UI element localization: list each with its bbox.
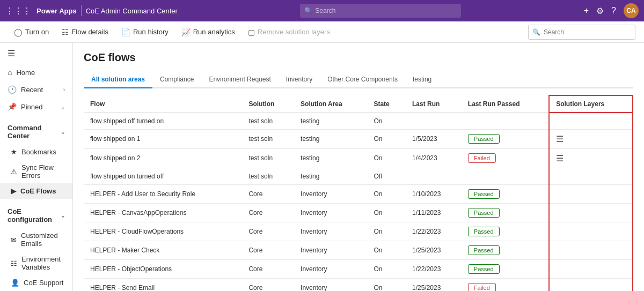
avatar[interactable]: CA xyxy=(624,3,639,18)
table-row[interactable]: HELPER - CloudFlowOperationsCoreInventor… xyxy=(84,222,633,241)
status-badge: Passed xyxy=(468,227,500,236)
recent-label: Recent xyxy=(21,86,43,94)
status-badge: Passed xyxy=(468,189,500,199)
tabs-row: All solution areasComplianceEnvironment … xyxy=(84,71,633,88)
top-bar: ⋮⋮⋮ Power Apps CoE Admin Command Center … xyxy=(0,0,644,21)
home-label: Home xyxy=(16,69,35,77)
table-row[interactable]: flow shipped on 1test solntestingOn1/5/2… xyxy=(84,129,633,148)
customized-emails-label: Customized Emails xyxy=(21,232,65,248)
tab-all-solution-areas[interactable]: All solution areas xyxy=(84,71,152,88)
top-bar-actions: + ⚙ ? CA xyxy=(584,3,639,18)
bookmarks-icon: ★ xyxy=(11,148,17,156)
command-bar: ◯ Turn on ☷ Flow details 📄 Run history 📈… xyxy=(0,21,644,43)
command-center-chevron: ⌄ xyxy=(61,129,65,135)
global-search-input[interactable] xyxy=(300,4,461,18)
flows-table: FlowSolutionSolution AreaStateLast RunLa… xyxy=(84,95,633,291)
brand: Power Apps CoE Admin Command Center xyxy=(36,5,178,16)
help-icon[interactable]: ? xyxy=(611,6,616,16)
table-row[interactable]: HELPER - Maker CheckCoreInventoryOn1/25/… xyxy=(84,241,633,259)
col-header-state: State xyxy=(367,95,406,113)
tab-testing[interactable]: testing xyxy=(405,71,439,88)
run-history-button[interactable]: 📄 Run history xyxy=(116,26,174,39)
table-row[interactable]: HELPER - CanvasAppOperationsCoreInventor… xyxy=(84,203,633,222)
page-title: CoE flows xyxy=(84,51,633,64)
command-bar-search-icon: 🔍 xyxy=(532,28,540,36)
env-vars-label: Environment Variables xyxy=(21,255,65,271)
add-icon[interactable]: + xyxy=(584,6,589,16)
solution-layers-cell xyxy=(549,278,633,291)
sidebar-item-sync-flow-errors[interactable]: ⚠ Sync Flow Errors xyxy=(0,160,72,183)
hamburger-button[interactable]: ☰ xyxy=(0,43,72,64)
pin-icon: 📌 xyxy=(8,102,17,111)
table-row[interactable]: HELPER - Send EmailCoreInventoryOn1/25/2… xyxy=(84,278,633,291)
solution-layers-cell xyxy=(549,259,633,278)
status-badge: Passed xyxy=(468,134,500,144)
col-header-last-run: Last Run xyxy=(406,95,462,113)
context-name: CoE Admin Command Center xyxy=(86,7,178,15)
bookmarks-label: Bookmarks xyxy=(21,148,56,156)
col-header-last-run-passed: Last Run Passed xyxy=(462,95,549,113)
sidebar: ☰ ⌂ Home 🕐 Recent › 📌 Pinned ⌄ Command C… xyxy=(0,43,73,291)
run-history-icon: 📄 xyxy=(121,28,130,36)
solution-layers-cell xyxy=(549,203,633,222)
status-badge: Passed xyxy=(468,264,500,274)
global-search-icon: 🔍 xyxy=(304,7,312,14)
sidebar-item-recent[interactable]: 🕐 Recent › xyxy=(0,81,72,98)
tab-inventory[interactable]: Inventory xyxy=(279,71,320,88)
status-badge: Failed xyxy=(468,283,496,292)
run-analytics-button[interactable]: 📈 Run analytics xyxy=(176,26,240,39)
coe-flows-icon: ▶ xyxy=(11,187,16,195)
sidebar-item-bookmarks[interactable]: ★ Bookmarks xyxy=(0,144,72,160)
sidebar-item-coe-flows[interactable]: ▶ CoE Flows xyxy=(0,183,72,199)
table-row[interactable]: HELPER - Add User to Security RoleCoreIn… xyxy=(84,184,633,203)
turn-on-button[interactable]: ◯ Turn on xyxy=(9,26,54,39)
sidebar-item-coe-support[interactable]: 👤 CoE Support xyxy=(0,275,72,290)
coe-flows-label: CoE Flows xyxy=(20,187,56,195)
tab-other-core-components[interactable]: Other Core Components xyxy=(320,71,405,88)
tab-compliance[interactable]: Compliance xyxy=(152,71,201,88)
email-icon: ✉ xyxy=(11,236,17,244)
col-header-flow: Flow xyxy=(84,95,242,113)
command-center-group-header[interactable]: Command Center ⌄ xyxy=(0,120,72,144)
recent-chevron: › xyxy=(63,87,65,93)
pinned-chevron: ⌄ xyxy=(61,104,65,110)
sidebar-item-customized-emails[interactable]: ✉ Customized Emails xyxy=(0,228,72,251)
settings-icon[interactable]: ⚙ xyxy=(596,6,604,16)
remove-solution-layers-button[interactable]: ▢ Remove solution layers xyxy=(243,26,335,39)
layers-icon[interactable]: ☰ xyxy=(556,135,564,144)
solution-layers-cell xyxy=(549,113,633,129)
pinned-label: Pinned xyxy=(21,103,42,111)
solution-layers-cell[interactable]: ☰ xyxy=(549,129,633,148)
table-row[interactable]: HELPER - ObjectOperationsCoreInventoryOn… xyxy=(84,259,633,278)
sync-flow-icon: ⚠ xyxy=(11,168,17,176)
layers-icon[interactable]: ☰ xyxy=(556,154,564,163)
sidebar-item-env-vars[interactable]: ☷ Environment Variables xyxy=(0,251,72,275)
main-layout: ☰ ⌂ Home 🕐 Recent › 📌 Pinned ⌄ Command C… xyxy=(0,43,644,291)
tab-environment-request[interactable]: Environment Request xyxy=(201,71,278,88)
run-analytics-icon: 📈 xyxy=(181,28,191,36)
solution-layers-cell[interactable]: ☰ xyxy=(549,148,633,168)
table-row[interactable]: flow shipped on 2test solntestingOn1/4/2… xyxy=(84,148,633,168)
sidebar-item-pinned[interactable]: 📌 Pinned ⌄ xyxy=(0,98,72,115)
coe-config-label: CoE configuration xyxy=(8,207,61,223)
table-row[interactable]: flow shipped off turned ontest solntesti… xyxy=(84,113,633,129)
recent-icon: 🕐 xyxy=(8,85,17,94)
env-vars-icon: ☷ xyxy=(11,259,17,267)
solution-layers-cell xyxy=(549,241,633,259)
remove-solution-icon: ▢ xyxy=(248,28,255,36)
table-row[interactable]: flow shipped on turned offtest solntesti… xyxy=(84,168,633,184)
sidebar-item-home[interactable]: ⌂ Home xyxy=(0,64,72,81)
turn-on-icon: ◯ xyxy=(14,28,23,36)
sync-flow-label: Sync Flow Errors xyxy=(21,163,65,180)
global-search-container: 🔍 xyxy=(183,4,579,18)
flow-details-button[interactable]: ☷ Flow details xyxy=(56,26,114,39)
app-name: Power Apps xyxy=(36,7,77,15)
solution-layers-cell xyxy=(549,184,633,203)
col-header-solution-area: Solution Area xyxy=(294,95,367,113)
coe-support-icon: 👤 xyxy=(11,279,19,287)
command-bar-search-input[interactable] xyxy=(528,25,635,40)
home-icon: ⌂ xyxy=(8,68,12,77)
grid-icon[interactable]: ⋮⋮⋮ xyxy=(5,6,31,16)
col-header-solution-layers: Solution Layers xyxy=(549,95,633,113)
coe-config-group-header[interactable]: CoE configuration ⌄ xyxy=(0,203,72,228)
